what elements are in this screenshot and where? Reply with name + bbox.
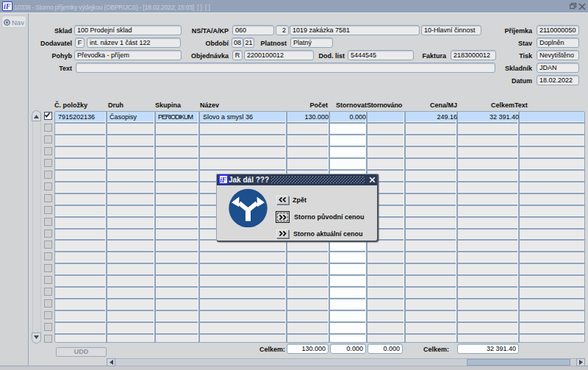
svg-text:iF: iF: [4, 2, 11, 10]
svg-text:iF: iF: [220, 177, 227, 183]
